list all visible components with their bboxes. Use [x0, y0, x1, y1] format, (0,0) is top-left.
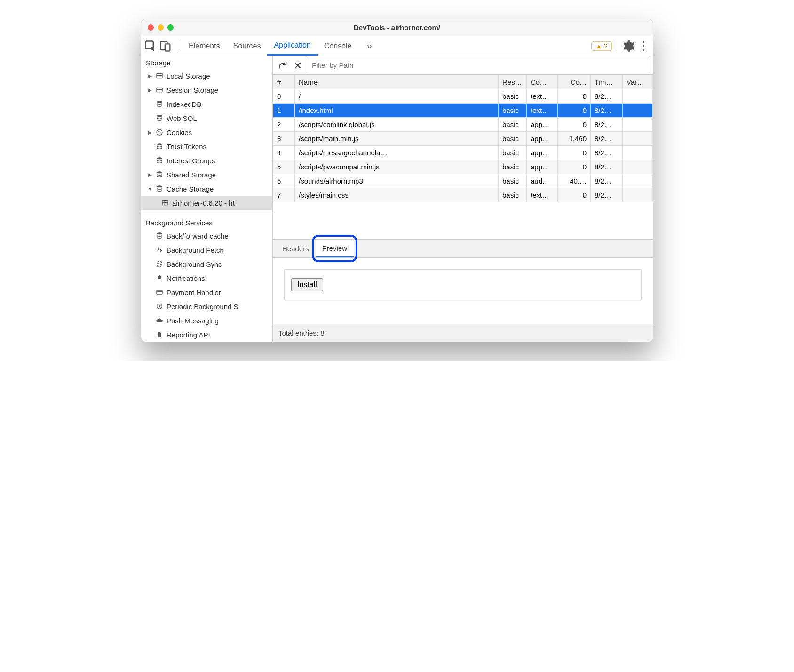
sidebar-item-label: Background Fetch	[167, 246, 224, 254]
db-icon	[155, 114, 164, 122]
device-toggle-icon[interactable]	[159, 40, 172, 53]
sidebar-item-cookies[interactable]: ▶Cookies	[141, 125, 272, 139]
svg-point-16	[157, 157, 162, 159]
warnings-badge[interactable]: ▲ 2	[591, 41, 612, 51]
tab-elements[interactable]: Elements	[182, 36, 227, 56]
column-header[interactable]: Name	[295, 75, 499, 89]
window-title: DevTools - airhorner.com/	[141, 24, 653, 32]
card-icon	[155, 288, 164, 296]
expand-arrow-icon[interactable]: ▼	[148, 186, 152, 192]
tab-console[interactable]: Console	[318, 36, 358, 56]
settings-gear-icon[interactable]	[622, 40, 635, 53]
column-header[interactable]: #	[273, 75, 295, 89]
cell-res: basic	[499, 104, 527, 118]
expand-arrow-icon[interactable]: ▶	[148, 172, 152, 177]
inspect-element-icon[interactable]	[144, 40, 157, 53]
panel-tabs: ElementsSourcesApplicationConsole	[182, 36, 358, 56]
sidebar-item-airhorner-0-6-20-ht[interactable]: airhorner-0.6.20 - ht	[141, 196, 272, 210]
sidebar-item-label: IndexedDB	[167, 100, 201, 108]
table-row[interactable]: 5/scripts/pwacompat.min.jsbasicapp…08/2…	[273, 160, 653, 174]
sidebar-item-background-sync[interactable]: Background Sync	[141, 257, 272, 271]
cell-idx: 5	[273, 160, 295, 174]
cell-idx: 1	[273, 104, 295, 118]
sync-icon	[155, 260, 164, 268]
sidebar-item-indexeddb[interactable]: IndexedDB	[141, 97, 272, 111]
table-icon	[161, 199, 169, 207]
total-entries-label: Total entries: 8	[278, 329, 325, 337]
cookie-icon	[155, 128, 164, 136]
sidebar-item-periodic-background-s[interactable]: Periodic Background S	[141, 299, 272, 313]
cell-name: /scripts/messagechannela…	[295, 146, 499, 160]
column-header[interactable]: Co…	[558, 75, 591, 89]
sidebar-item-push-messaging[interactable]: Push Messaging	[141, 313, 272, 328]
sidebar-item-shared-storage[interactable]: ▶Shared Storage	[141, 168, 272, 182]
refresh-icon[interactable]	[278, 60, 288, 71]
column-header[interactable]: Tim…	[591, 75, 623, 89]
expand-arrow-icon[interactable]: ▶	[148, 130, 152, 135]
sidebar-item-label: Cache Storage	[167, 185, 214, 193]
sidebar-item-payment-handler[interactable]: Payment Handler	[141, 285, 272, 299]
fetch-icon	[155, 246, 164, 254]
cell-idx: 0	[273, 89, 295, 104]
column-header[interactable]: Var…	[623, 75, 653, 89]
kebab-menu-icon[interactable]	[637, 40, 650, 53]
more-tabs-button[interactable]: »	[360, 36, 378, 56]
sidebar-item-background-fetch[interactable]: Background Fetch	[141, 243, 272, 257]
expand-arrow-icon[interactable]: ▶	[148, 73, 152, 79]
svg-point-17	[157, 171, 162, 173]
clear-icon[interactable]	[293, 60, 303, 71]
cell-tim: 8/2…	[591, 89, 623, 104]
cell-name: /	[295, 89, 499, 104]
detail-tab-preview[interactable]: Preview	[316, 240, 354, 257]
sidebar-item-cache-storage[interactable]: ▼Cache Storage	[141, 182, 272, 196]
toolbar-separator	[177, 41, 177, 51]
table-row[interactable]: 7/styles/main.cssbasictext…08/2…	[273, 188, 653, 202]
column-header[interactable]: Res…	[499, 75, 527, 89]
install-button[interactable]: Install	[291, 278, 323, 291]
sidebar-item-label: Cookies	[167, 128, 192, 136]
cell-idx: 3	[273, 132, 295, 146]
sidebar-item-local-storage[interactable]: ▶Local Storage	[141, 69, 272, 83]
expand-arrow-icon[interactable]: ▶	[148, 88, 152, 93]
cell-res: basic	[499, 188, 527, 202]
sidebar-item-interest-groups[interactable]: Interest Groups	[141, 153, 272, 168]
detail-tab-headers[interactable]: Headers	[276, 240, 316, 257]
table-row[interactable]: 4/scripts/messagechannela…basicapp…08/2…	[273, 146, 653, 160]
cache-entries-table-wrap[interactable]: #NameRes…Co…Co…Tim…Var… 0/basictext…08/2…	[273, 75, 653, 239]
sidebar-item-trust-tokens[interactable]: Trust Tokens	[141, 139, 272, 153]
cell-co1: app…	[527, 146, 558, 160]
titlebar: DevTools - airhorner.com/	[141, 19, 653, 36]
sidebar-item-web-sql[interactable]: Web SQL	[141, 111, 272, 125]
table-row[interactable]: 0/basictext…08/2…	[273, 89, 653, 104]
sidebar-item-back-forward-cache[interactable]: Back/forward cache	[141, 229, 272, 243]
filter-by-path-input[interactable]	[308, 59, 648, 72]
table-row[interactable]: 2/scripts/comlink.global.jsbasicapp…08/2…	[273, 118, 653, 132]
cell-co2: 40,…	[558, 174, 591, 188]
table-row[interactable]: 6/sounds/airhorn.mp3basicaud…40,…8/2…	[273, 174, 653, 188]
cell-co2: 0	[558, 89, 591, 104]
cell-co1: text…	[527, 104, 558, 118]
db-icon	[155, 142, 164, 151]
svg-point-15	[157, 143, 162, 145]
cell-idx: 7	[273, 188, 295, 202]
cell-tim: 8/2…	[591, 160, 623, 174]
cell-name: /index.html	[295, 104, 499, 118]
column-header[interactable]: Co…	[527, 75, 558, 89]
tab-sources[interactable]: Sources	[227, 36, 268, 56]
cell-name: /scripts/main.min.js	[295, 132, 499, 146]
sidebar-item-label: Back/forward cache	[167, 232, 229, 240]
sidebar-item-label: Background Sync	[167, 260, 222, 268]
sidebar-item-reporting-api[interactable]: Reporting API	[141, 328, 272, 342]
table-row[interactable]: 1/index.htmlbasictext…08/2…	[273, 104, 653, 118]
cell-co2: 0	[558, 188, 591, 202]
sidebar-item-session-storage[interactable]: ▶Session Storage	[141, 83, 272, 97]
cell-var	[623, 118, 653, 132]
cell-var	[623, 89, 653, 104]
svg-rect-2	[165, 44, 170, 51]
table-row[interactable]: 3/scripts/main.min.jsbasicapp…1,4608/2…	[273, 132, 653, 146]
sidebar-item-notifications[interactable]: Notifications	[141, 271, 272, 285]
warning-icon: ▲	[596, 42, 602, 50]
tab-application[interactable]: Application	[267, 36, 317, 56]
sidebar-item-label: Interest Groups	[167, 157, 215, 165]
cell-tim: 8/2…	[591, 188, 623, 202]
